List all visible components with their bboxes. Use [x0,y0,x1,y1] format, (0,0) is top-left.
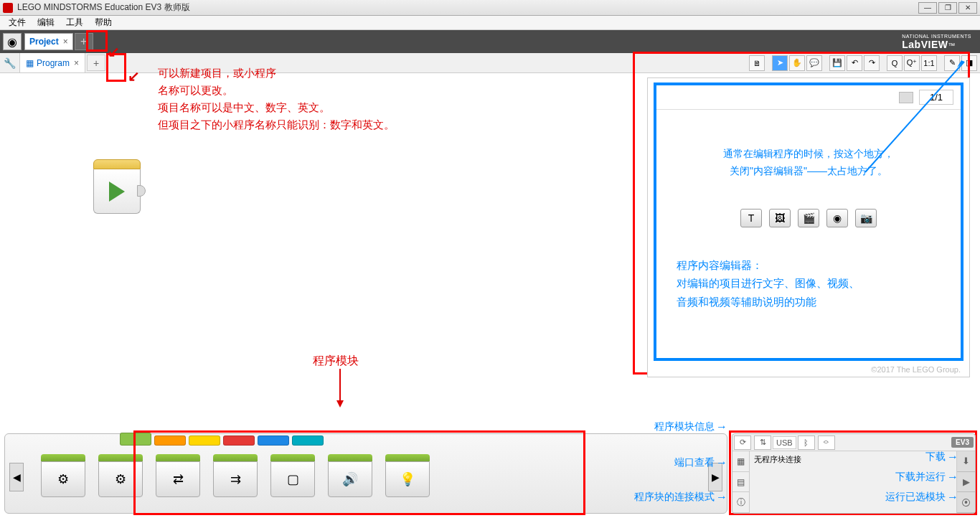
labview-logo: NATIONAL INSTRUMENTS LabVIEW™ [902,34,977,50]
window-title: LEGO MINDSTORMS Education EV3 教师版 [17,1,190,14]
project-tab-label: Project [29,37,59,47]
menu-bar: 文件 编辑 工具 帮助 [0,16,980,30]
video-tool-icon[interactable]: 🎬 [798,209,819,227]
run-selected-button[interactable]: ⦿ [957,492,975,513]
block-move-tank[interactable]: ⇉ [213,454,258,501]
play-icon [109,182,125,202]
audio-tool-icon[interactable]: ◉ [826,209,848,227]
arrow-port-view: → [716,456,727,469]
edit-mode-button[interactable]: ✎ [944,55,960,71]
annotation-editor-desc: 程序内容编辑器： 对编辑的项目进行文字、图像、视频、 音频和视频等辅助说明的功能 [671,256,946,311]
undo-button[interactable]: ↶ [847,55,862,71]
app-icon [3,3,13,13]
zoom-out-button[interactable]: Q [887,55,903,71]
arrow-connect-mode: → [716,491,727,504]
image-tool-icon[interactable]: 🖼 [769,209,791,227]
minimize-button[interactable]: — [918,2,937,14]
wifi-icon[interactable]: ⌔ [818,435,835,450]
annotation-new-project: 可以新建项目，或小程序 名称可以更改。 项目名称可以是中文、数字、英文。 但项目… [158,65,395,133]
tab-action-green[interactable] [120,433,151,446]
arrow-run-selected: → [947,491,958,504]
arrow-to-add-program: ↙ [128,67,140,85]
tab-flow-orange[interactable] [154,435,186,446]
program-tab-bar: 🔧 ▦ Program × + 🗎 ➤ ✋ 💬 💾 ↶ ↷ Q Q⁺ 1:1 ✎… [0,53,980,73]
profile-icon[interactable] [899,92,913,103]
add-program-button[interactable]: + [87,55,105,71]
maximize-button[interactable]: ❐ [938,2,957,14]
refresh-button[interactable]: ⟳ [734,435,751,450]
label-connect-mode: 程序块的连接模式 [634,491,715,504]
arrow-to-add-project: ↙ [108,43,120,60]
available-bricks-button[interactable]: ⓘ [732,492,749,513]
webcam-tool-icon[interactable]: 📷 [855,209,877,227]
comment-tool[interactable]: 💬 [806,55,822,71]
menu-help[interactable]: 帮助 [89,15,118,30]
block-large-motor[interactable]: ⚙ [98,454,143,501]
label-download: 下载 [925,451,946,463]
page-indicator: 1/1 [919,90,953,105]
block-palette: ◀ ▶ ⚙ ⚙ ⇄ ⇉ ▢ 🔊 💡 [4,433,727,514]
pan-tool[interactable]: ✋ [789,55,805,71]
close-program-icon[interactable]: × [74,58,79,68]
tab-advanced-blue[interactable] [258,435,289,446]
toggle-content-editor-button[interactable]: ◨ [961,55,977,71]
download-button[interactable]: ⬇ [957,451,975,472]
program-icon: ▦ [26,58,34,68]
menu-tools[interactable]: 工具 [60,15,89,30]
brick-info-button[interactable]: ▤ [732,472,749,493]
block-medium-motor[interactable]: ⚙ [41,454,85,501]
block-display[interactable]: ▢ [270,454,315,501]
text-tool-icon[interactable]: T [740,209,762,227]
arrow-download-run: → [947,471,958,484]
arrow-to-palette [333,369,347,412]
tab-sensor-yellow[interactable] [189,435,220,446]
annotation-palette-title: 程序模块 [313,352,359,370]
download-run-button[interactable]: ▶ [957,472,975,493]
ev3-badge: EV3 [951,437,974,448]
tab-myblocks-teal[interactable] [292,435,324,446]
media-toolbar: T 🖼 🎬 ◉ 📷 [671,209,946,227]
start-block[interactable] [93,159,141,217]
label-palette-info: 程序模块信息 [654,420,715,433]
svg-marker-3 [336,400,344,408]
label-run-selected: 运行已选模块 [885,491,946,504]
annotation-close-editor: 通常在编辑程序的时候，按这个地方， 关闭"内容编辑器"——太占地方了。 [671,146,946,180]
copyright-text: ©2017 The LEGO Group. [871,365,961,374]
block-sound[interactable]: 🔊 [328,454,372,501]
block-move-steering[interactable]: ⇄ [156,454,200,501]
save-button[interactable]: 💾 [829,55,845,71]
bluetooth-icon[interactable]: ᛒ [798,435,815,450]
home-button[interactable]: ◉ [3,33,22,50]
canvas-toolbar: 🗎 ➤ ✋ 💬 💾 ↶ ↷ Q Q⁺ 1:1 ✎ ◨ [749,53,980,72]
program-tab-label: Program [37,58,70,68]
pointer-tool[interactable]: ➤ [772,55,788,71]
document-button[interactable]: 🗎 [749,55,765,71]
palette-category-tabs [120,435,324,446]
redo-button[interactable]: ↷ [864,55,880,71]
block-brick-status-light[interactable]: 💡 [385,454,430,501]
content-editor-panel: 1/1 通常在编辑程序的时候，按这个地方， 关闭"内容编辑器"——太占地方了。 … [647,77,970,377]
project-tab[interactable]: Project × [24,33,73,50]
expand-button[interactable]: ⇅ [754,435,771,450]
project-tab-bar: ◉ Project × + NATIONAL INSTRUMENTS LabVI… [0,30,980,53]
window-titlebar: LEGO MINDSTORMS Education EV3 教师版 — ❐ ✕ [0,0,980,16]
arrow-palette-info: → [716,420,727,433]
close-project-icon[interactable]: × [63,37,68,47]
usb-label: USB [773,436,796,449]
project-properties-button[interactable]: 🔧 [0,53,20,72]
palette-scroll-left[interactable]: ◀ [9,463,24,491]
zoom-reset-button[interactable]: 1:1 [921,55,937,71]
canvas[interactable]: 可以新建项目，或小程序 名称可以更改。 项目名称可以是中文、数字、英文。 但项目… [0,73,980,428]
program-tab[interactable]: ▦ Program × [20,53,85,72]
add-project-button[interactable]: + [75,33,93,50]
menu-edit[interactable]: 编辑 [32,15,60,30]
zoom-in-button[interactable]: Q⁺ [904,55,920,71]
tab-data-red[interactable] [223,435,255,446]
port-view-button[interactable]: ▦ [732,451,749,472]
bottom-panel: ◀ ▶ ⚙ ⚙ ⇄ ⇉ ▢ 🔊 💡 ⟳ ⇅ USB ᛒ ⌔ EV3 ▦ ▤ ⓘ [0,425,980,518]
label-download-run: 下载并运行 [895,471,946,484]
close-button[interactable]: ✕ [958,2,977,14]
menu-file[interactable]: 文件 [3,15,32,30]
label-port-view: 端口查看 [674,456,715,469]
arrow-download: → [947,451,958,463]
